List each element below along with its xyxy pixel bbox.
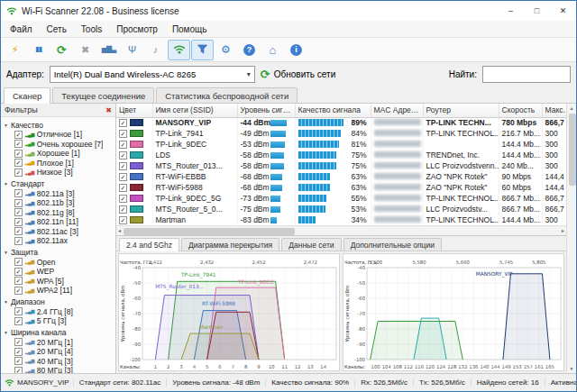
filter-group-standard[interactable]: ▼Стандарт xyxy=(1,179,115,189)
scrollbar-track[interactable] xyxy=(122,226,561,235)
toolbar-refresh-button[interactable]: ⟳ xyxy=(50,40,73,60)
toolbar-help-button[interactable]: ? xyxy=(238,40,261,60)
toolbar-wifi-networks-button[interactable] xyxy=(168,40,190,60)
checkbox[interactable]: ✓ xyxy=(14,287,23,295)
menu-item-tools[interactable]: Tools xyxy=(74,23,109,36)
vertical-scrollbar[interactable]: ▲ ▼ xyxy=(566,104,576,373)
column-header-7[interactable]: Макс. ско... xyxy=(542,104,566,117)
column-header-5[interactable]: Роутер xyxy=(423,104,499,117)
toolbar-chart-view-button[interactable]: ▅▇▃ xyxy=(97,40,120,60)
column-header-2[interactable]: Уровень сигнала ▴ xyxy=(237,104,295,117)
checkbox[interactable]: ✓ xyxy=(14,189,23,197)
filter-item-band-1[interactable]: ✓▂▄▆5 ГГц [3] xyxy=(1,316,115,326)
toolbar-pause-scan-button[interactable]: ▮▮ xyxy=(27,40,50,60)
checkbox[interactable]: ✓ xyxy=(14,208,23,216)
row-checkbox[interactable]: ✓ xyxy=(119,205,127,214)
filter-item-quality-2[interactable]: ✓▂▄▆Хорошее [1] xyxy=(1,149,115,159)
filter-item-channel-width-1[interactable]: ✓▂▄▆20 МГц [4] xyxy=(1,347,115,357)
menu-item-file[interactable]: Файл xyxy=(3,23,40,36)
table-row[interactable]: ✓Martman-83 dBm34%TP-LINK TECHNOL...144.… xyxy=(116,214,566,225)
filter-item-security-0[interactable]: ✓▂▄▆Open xyxy=(1,258,115,268)
row-checkbox[interactable]: ✓ xyxy=(119,195,127,203)
menu-item-help[interactable]: Помощь xyxy=(165,23,215,36)
table-row[interactable]: ✓MTS_Router_5_0...-75 dBm53%LLC Proizvod… xyxy=(116,204,566,214)
filter-item-security-3[interactable]: ✓▂▄▆WPA2 [11] xyxy=(1,286,115,296)
tab-wireless-statistics[interactable]: Статистика беспроводной сети xyxy=(156,87,298,103)
table-row[interactable]: ✓RT-WiFi-EBBB-68 dBm63%ZAO "NPK Rotek"90… xyxy=(116,171,566,182)
checkbox[interactable]: ✓ xyxy=(14,367,23,373)
maximize-button[interactable]: □ xyxy=(524,1,550,21)
scrollbar-thumb[interactable] xyxy=(124,228,295,235)
find-input[interactable] xyxy=(482,66,571,83)
toolbar-settings-button[interactable]: ⚙ xyxy=(215,40,237,60)
checkbox[interactable]: ✓ xyxy=(14,159,23,167)
column-header-1[interactable]: Имя сети (SSID) xyxy=(152,104,237,117)
filter-item-security-1[interactable]: ✓▂▄▆WEP xyxy=(1,267,115,277)
checkbox[interactable]: ✓ xyxy=(14,338,23,346)
menu-item-network[interactable]: Сеть xyxy=(40,23,74,36)
scrollbar-track[interactable] xyxy=(567,112,576,365)
table-row[interactable]: ✓MTS_Router_013...-58 dBm75%LLC Proizvod… xyxy=(116,160,566,171)
filter-item-security-2[interactable]: ✓▂▄▆WPA [5] xyxy=(1,277,115,287)
close-button[interactable]: ✕ xyxy=(550,1,576,21)
checkbox[interactable]: ✓ xyxy=(14,131,23,139)
checkbox[interactable]: ✓ xyxy=(14,277,23,285)
table-row[interactable]: ✓LDS-58 dBm75%TRENDnet, Inc.144.4 Mb...3… xyxy=(116,150,566,160)
toolbar-clear-button[interactable]: ✖ xyxy=(74,40,96,60)
row-checkbox[interactable]: ✓ xyxy=(119,119,127,127)
filter-item-quality-3[interactable]: ✓▂▄▆Плохое [1] xyxy=(1,159,115,169)
minimize-button[interactable]: – xyxy=(498,1,524,21)
filter-item-standard-3[interactable]: ✓▂▄▆802.11n [11] xyxy=(1,217,115,227)
checkbox[interactable]: ✓ xyxy=(14,268,23,276)
column-header-4[interactable]: MAC Адрес (BSSID) xyxy=(371,104,423,117)
row-checkbox[interactable]: ✓ xyxy=(119,173,127,181)
toolbar-sound-alert-button[interactable]: ♪ xyxy=(144,40,167,60)
scroll-down-icon[interactable]: ▼ xyxy=(570,365,574,372)
chart-tab-overlap-diagram[interactable]: Диаграмма перекрытия xyxy=(181,238,279,251)
row-checkbox[interactable]: ✓ xyxy=(119,216,127,224)
table-row[interactable]: ✓TP-Link_9DEC-53 dBm81%144.4 Mb...300 xyxy=(116,139,566,150)
checkbox[interactable]: ✓ xyxy=(14,317,23,325)
filter-item-standard-4[interactable]: ✓▂▄▆802.11ac [3] xyxy=(1,227,115,237)
filter-item-channel-width-3[interactable]: ✓▂▄▆80 МГц [3] xyxy=(1,366,115,373)
column-header-3[interactable]: Качество сигнала xyxy=(295,104,371,117)
row-checkbox[interactable]: ✓ xyxy=(119,162,127,170)
filter-item-standard-0[interactable]: ✓▂▄▆802.11a [3] xyxy=(1,189,115,199)
tab-current-connection[interactable]: Текущее соединение xyxy=(52,87,154,103)
toolbar-signal-level-button[interactable]: Ψ xyxy=(121,40,143,60)
filter-item-quality-1[interactable]: ✓▂▄▆Очень хорошее [7] xyxy=(1,140,115,150)
table-row[interactable]: ✓RT-WiFi-5988-68 dBm63%ZAO "NPK Rotek"60… xyxy=(116,182,566,193)
filter-group-security[interactable]: ▼Защита xyxy=(1,248,115,258)
filter-item-quality-4[interactable]: ✓▂▄▆Низкое [3] xyxy=(1,168,115,178)
column-header-0[interactable]: Цвет xyxy=(116,104,152,117)
refresh-networks-button[interactable]: ⟳ Обновить сети xyxy=(261,68,335,80)
toolbar-filter-button[interactable] xyxy=(191,40,214,60)
checkbox[interactable]: ✓ xyxy=(14,140,23,148)
filter-item-standard-1[interactable]: ✓▂▄▆802.11b [3] xyxy=(1,198,115,208)
checkbox[interactable]: ✓ xyxy=(14,237,23,245)
menu-item-view[interactable]: Просмотр xyxy=(109,23,165,36)
row-checkbox[interactable]: ✓ xyxy=(119,151,127,160)
filter-item-standard-5[interactable]: ✓▂▄▆802.11ax xyxy=(1,236,115,246)
chart-tab-additional-options[interactable]: Дополнительные опции xyxy=(343,238,442,251)
table-row[interactable]: ✓MANSORY_VIP-44 dBm89%TP-LINK TECHN...78… xyxy=(116,117,566,128)
checkbox[interactable]: ✓ xyxy=(14,199,23,207)
filter-item-quality-0[interactable]: ✓▂▄▆Отличное [1] xyxy=(1,130,115,140)
row-checkbox[interactable]: ✓ xyxy=(119,130,127,138)
filter-item-channel-width-2[interactable]: ✓▂▄▆40 МГц [3] xyxy=(1,357,115,367)
chart-tab-network-data[interactable]: Данные сети xyxy=(281,238,341,251)
row-checkbox[interactable]: ✓ xyxy=(119,141,127,149)
table-row[interactable]: ✓TP-Link_7941-49 dBm84%TP-LINK TECHNOL..… xyxy=(116,128,566,139)
checkbox[interactable]: ✓ xyxy=(14,218,23,226)
filter-group-channel-width[interactable]: ▼Ширина канала xyxy=(1,328,115,338)
checkbox[interactable]: ✓ xyxy=(14,307,23,315)
scrollbar-thumb[interactable] xyxy=(569,114,576,186)
horizontal-scrollbar[interactable]: ◄ ► xyxy=(116,225,566,235)
checkbox[interactable]: ✓ xyxy=(14,150,23,158)
adapter-select[interactable]: Intel(R) Dual Band Wireless-AC 8265 ▾ xyxy=(50,66,255,83)
filter-item-band-0[interactable]: ✓▂▄▆2.4 ГГц [8] xyxy=(1,307,115,317)
filters-close-icon[interactable]: ✖ xyxy=(105,106,112,114)
table-row[interactable]: ✓TP-Link_9DEC_5G-73 dBm55%TP-LINK TECHNO… xyxy=(116,193,566,204)
filter-group-band[interactable]: ▼Диапазон xyxy=(1,297,115,307)
toolbar-start-scan-button[interactable]: ⚡ xyxy=(4,40,26,60)
